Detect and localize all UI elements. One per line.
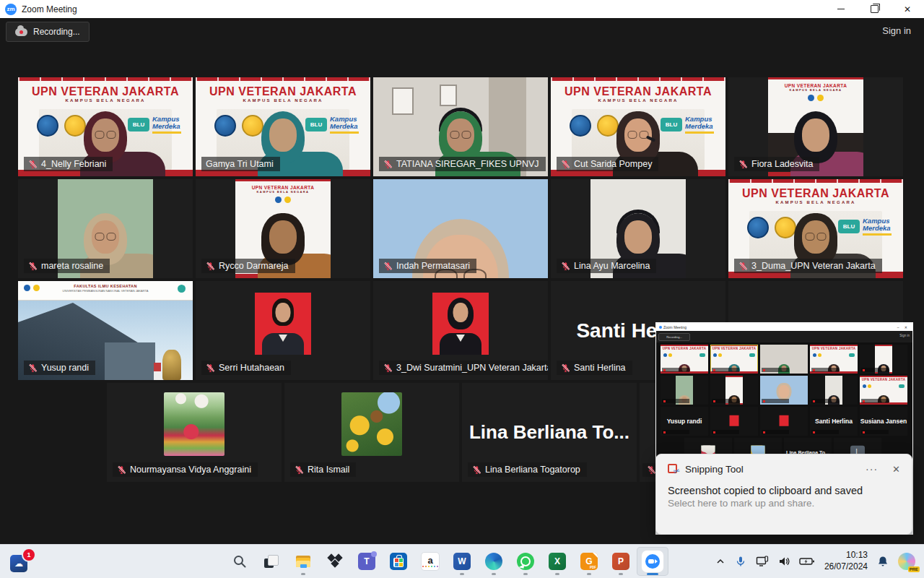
pip-participant-tile [760,407,808,436]
participant-tile[interactable]: UPN VETERAN JAKARTAKAMPUS BELA NEGARABLU… [18,77,193,176]
close-button[interactable]: ✕ [891,0,924,18]
participant-name-label: TATIANA SIREGAR_FIKES UPNVJ [379,157,546,171]
glasses [628,131,649,139]
suit [262,333,304,355]
participant-name: Gamya Tri Utami [206,159,274,169]
taskbar-app-teams[interactable]: T [351,547,383,576]
participant-tile[interactable]: UPN VETERAN JAKARTAKAMPUS BELA NEGARABLU… [196,77,370,176]
pip-participant-tile: UPN VETERAN JAKARTA [860,376,907,405]
notification-more-icon[interactable]: ··· [866,463,878,475]
kemdikbud-logo [24,285,30,291]
upn-subtitle: KAMPUS BELA NEGARA [18,98,193,103]
taskbar-app-zoom[interactable] [637,547,668,576]
participant-name: Indah Permatasari [396,261,470,271]
face [92,118,119,152]
taskbar-app-word[interactable]: W [446,547,478,576]
taskbar-app-whatsapp[interactable] [510,547,541,576]
participant-name: Santi Herlina [574,363,626,373]
taskbar-app-taskview[interactable] [256,547,287,576]
participant-tile[interactable]: Indah Permatasari [373,179,548,278]
participant-tile[interactable]: UPN VETERAN JAKARTAKAMPUS BELA NEGARABLU… [551,77,725,176]
window-title: Zoom Meeting [22,4,77,14]
taskbar-app-explorer[interactable] [287,547,319,576]
tray-microphone-icon[interactable] [735,556,746,567]
participant-tile[interactable]: 3_Dwi Suratmini_UPN Veteran Jakarta [373,281,548,380]
pip-participant-tile [760,345,808,374]
participant-tile[interactable]: mareta rosaline [18,179,193,278]
minimize-button[interactable] [824,0,858,18]
taskbar-app-store[interactable] [383,547,414,576]
participant-tile[interactable]: Nourmayansa Vidya Anggraini [107,383,282,482]
upn-title: UPN VETERAN JAKARTA [551,85,725,98]
pip-name-strip [662,399,689,403]
taskbar-app-amazon[interactable]: a [414,547,446,576]
fikes-banner: FAKULTAS ILMU KESEHATANUNIVERSITAS PEMBA… [18,281,193,301]
muted-mic-icon [383,262,393,271]
pip-name-strip [762,430,789,434]
taskbar-app-edge[interactable] [478,547,510,576]
taskbar-clock[interactable]: 10:13 26/07/2024 [824,550,868,572]
sign-in-link[interactable]: Sign in [882,25,911,36]
participant-tile[interactable]: UPN VETERAN JAKARTAKAMPUS BELA NEGARARyc… [196,179,370,278]
restore-button[interactable] [858,0,891,18]
hijab [448,298,474,329]
clock-time: 10:13 [824,550,868,561]
dropbox-icon [326,552,344,571]
id-photo [432,293,489,355]
participant-tile[interactable]: FAKULTAS ILMU KESEHATANUNIVERSITAS PEMBA… [18,281,193,380]
blu-logo [178,285,186,293]
participant-tile[interactable]: UPN VETERAN JAKARTAKAMPUS BELA NEGARABLU… [728,179,903,278]
window-controls: ✕ [824,0,924,18]
participant-tile[interactable]: Lina Berliana To...Lina Berliana Togator… [462,383,637,482]
upn-subtitle: KAMPUS BELA NEGARA [196,98,370,103]
recording-indicator[interactable]: Recording... [6,22,90,42]
pip-window-controls: – ✕ [897,325,910,329]
tray-volume-icon[interactable] [778,556,790,567]
upn-social-strip [18,77,193,81]
participant-name: Serri Hutahaean [219,363,284,373]
snipping-tool-notification[interactable]: ✂ Snipping Tool ··· ✕ Screenshot copied … [655,454,912,535]
tray-chevron-icon[interactable] [715,556,725,566]
participant-name: Yusup randi [41,363,89,373]
copilot-preview-badge: PRE [908,566,920,572]
pip-name-strip [811,430,839,434]
participant-tile[interactable]: UPN VETERAN JAKARTAKAMPUS BELA NEGARAFio… [728,77,903,176]
head-wrap [84,111,127,163]
copilot-button[interactable]: PRE [898,553,915,570]
muted-mic-icon [383,160,393,169]
tray-battery-icon[interactable] [799,556,815,566]
pip-zoom-icon [659,326,662,329]
powerpoint-icon: P [612,553,629,570]
face [269,220,297,254]
collar [456,335,465,342]
pip-name-strip [662,368,689,372]
participant-name: Cut Sarida Pompey [574,159,652,169]
wall-frame [440,85,457,106]
tray-cast-display-icon[interactable] [756,556,769,567]
taskbar-app-powerpoint[interactable]: P [605,547,637,576]
taskbar-app-excel[interactable]: X [541,547,573,576]
taskbar-app-search[interactable] [224,547,256,576]
participant-tile[interactable]: Lina Ayu Marcelina [551,179,725,278]
taskbar-app-dropbox[interactable] [319,547,351,576]
tray-notification-bell-icon[interactable] [877,556,889,567]
taskbar-app-gom-pdf[interactable]: GPDF [573,547,605,576]
participant-name: mareta rosaline [41,261,103,271]
participant-name: Lina Berliana Togatorop [485,465,580,475]
word-icon: W [453,553,471,570]
muted-mic-icon [561,262,570,271]
pip-participant-tile [860,345,907,374]
system-tray: 10:13 26/07/2024 PRE [715,545,924,578]
participant-tile[interactable]: Rita Ismail [284,383,459,482]
taskbar-app-start[interactable] [192,547,224,576]
notification-submessage[interactable]: Select here to mark up and share. [656,496,912,509]
pip-participant-tile: UPN VETERAN JAKARTA [661,345,708,374]
head-wrap [794,213,837,265]
notification-close-icon[interactable]: ✕ [892,464,900,475]
participant-tile[interactable]: TATIANA SIREGAR_FIKES UPNVJ [373,77,548,176]
participant-tile[interactable]: Serri Hutahaean [196,281,370,380]
widgets-button[interactable]: ☁ 1 [10,549,35,574]
muted-mic-icon [28,262,38,271]
search-icon [230,552,249,571]
pip-participant-tile: Yusup randi [661,407,708,436]
